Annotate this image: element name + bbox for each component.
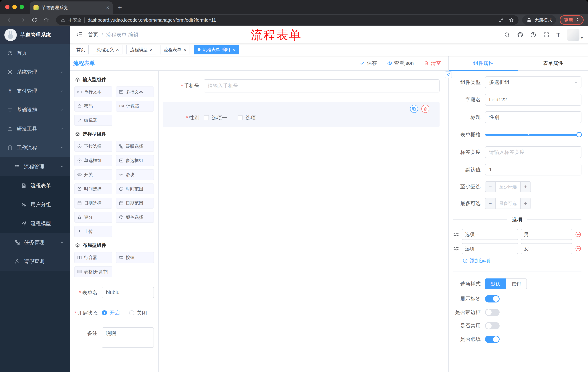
add-option-button[interactable]: 添加选项 (462, 257, 581, 264)
sidebar-item-process-management[interactable]: 流程管理 (0, 157, 70, 176)
address-bar[interactable]: 不安全 dashboard.yudao.iocoder.cn/bpm/manag… (56, 15, 518, 25)
palette-item-upload[interactable]: 上传 (74, 226, 112, 237)
browser-menu-icon[interactable]: ⋮ (573, 17, 582, 23)
palette-item-editor[interactable]: 编辑器 (74, 115, 112, 126)
palette-item-row-container[interactable]: 行容器 (74, 252, 112, 263)
decrease-icon[interactable]: − (485, 182, 496, 192)
palette-item-slider[interactable]: 滑块 (116, 169, 154, 180)
sidebar-item-infrastructure[interactable]: 基础设施 (0, 100, 70, 119)
component-type-value[interactable] (485, 76, 581, 88)
palette-item-table[interactable]: 表格[开发中] (74, 266, 112, 277)
sidebar-item-leave-query[interactable]: 请假查询 (0, 252, 70, 271)
increase-icon[interactable]: + (520, 182, 531, 192)
sidebar-item-devtools[interactable]: 研发工具 (0, 119, 70, 138)
close-icon[interactable]: × (183, 47, 186, 52)
copy-field-button[interactable] (410, 105, 418, 113)
palette-item-counter[interactable]: 123计数器 (116, 101, 154, 112)
palette-item-time-range[interactable]: 时间范围 (116, 183, 154, 194)
remark-textarea[interactable]: 嘿嘿 (102, 327, 154, 348)
forward-icon[interactable] (19, 17, 25, 23)
reload-icon[interactable] (31, 17, 37, 23)
palette-item-multi-line-text[interactable]: 多行文本 (116, 86, 154, 97)
tag-process-model[interactable]: 流程模型× (126, 45, 156, 54)
checkbox-option-2[interactable]: 选项二 (238, 114, 261, 121)
selected-field-gender[interactable]: *性别 选项一 选项二 (163, 102, 440, 127)
slider-handle[interactable] (576, 132, 582, 138)
back-icon[interactable] (7, 17, 13, 23)
tag-home[interactable]: 首页 (73, 45, 89, 54)
palette-item-date-picker[interactable]: 日期选择 (74, 198, 112, 209)
tag-process-definition[interactable]: 流程定义× (93, 45, 122, 54)
user-avatar[interactable]: ▾ (567, 29, 583, 41)
form-name-input[interactable] (102, 287, 154, 298)
window-zoom-button[interactable] (20, 5, 24, 9)
tag-process-form-edit[interactable]: 流程表单-编辑× (194, 45, 239, 54)
sidebar-item-workflow[interactable]: 工作流程 (0, 138, 70, 157)
sidebar-item-user-group[interactable]: 用户分组 (0, 195, 70, 214)
clear-button[interactable]: 清空 (423, 60, 441, 67)
key-icon[interactable] (498, 17, 504, 23)
breadcrumb-home[interactable]: 首页 (88, 31, 98, 38)
remove-option-icon[interactable] (575, 231, 581, 238)
min-select-input[interactable] (496, 182, 520, 192)
update-chip[interactable]: 更新 ⋮ (560, 15, 584, 25)
decrease-icon[interactable]: − (485, 198, 496, 209)
tag-process-form[interactable]: 流程表单× (160, 45, 190, 54)
border-switch[interactable] (485, 309, 500, 316)
palette-item-single-line-text[interactable]: 单行文本 (74, 86, 112, 97)
disabled-switch[interactable] (485, 322, 500, 329)
required-switch[interactable] (485, 336, 500, 343)
palette-item-button[interactable]: 按钮 (116, 252, 154, 263)
drag-handle-icon[interactable] (453, 231, 459, 237)
checkbox-option-1[interactable]: 选项一 (204, 114, 227, 121)
tab-form-props[interactable]: 表单属性 (518, 56, 588, 70)
palette-item-date-range[interactable]: 日期范围 (116, 198, 154, 209)
palette-item-switch[interactable]: 开关 (74, 169, 112, 180)
increase-icon[interactable]: + (520, 198, 531, 209)
max-select-input[interactable] (496, 198, 520, 209)
palette-item-select[interactable]: 下拉选择 (74, 141, 112, 152)
status-on-radio[interactable]: 开启 (102, 309, 120, 316)
palette-item-checkbox-group[interactable]: 多选框组 (116, 155, 154, 166)
view-json-button[interactable]: 查看json (387, 60, 414, 67)
palette-item-password[interactable]: 密码 (74, 101, 112, 112)
remove-option-icon[interactable] (575, 245, 581, 252)
option2-label-input[interactable] (462, 243, 518, 254)
status-off-radio[interactable]: 关闭 (129, 309, 147, 316)
sidebar-item-home[interactable]: 首页 (0, 44, 70, 63)
sidebar-item-task-management[interactable]: 任务管理 (0, 233, 70, 252)
github-icon[interactable] (517, 32, 523, 38)
sidebar-item-system[interactable]: 系统管理 (0, 63, 70, 82)
sidebar-item-process-form[interactable]: 流程表单 (0, 176, 70, 195)
sidebar-item-process-model[interactable]: 流程模型 (0, 214, 70, 233)
browser-tab[interactable]: 芋道管理系统 × (30, 1, 113, 14)
style-button-button[interactable]: 按钮 (506, 278, 527, 289)
font-size-icon[interactable]: T (556, 32, 560, 38)
close-icon[interactable]: × (232, 47, 235, 52)
delete-field-button[interactable] (421, 105, 429, 113)
show-label-switch[interactable] (485, 295, 500, 302)
window-minimize-button[interactable] (12, 5, 17, 9)
title-input[interactable] (485, 111, 581, 123)
option1-value-input[interactable] (521, 229, 572, 240)
form-grid-slider[interactable] (485, 129, 581, 140)
sidebar-item-payment[interactable]: ¥ 支付管理 (0, 82, 70, 100)
search-icon[interactable] (504, 32, 510, 38)
sidebar-toggle-icon[interactable] (76, 31, 83, 38)
fullscreen-icon[interactable] (543, 32, 549, 38)
palette-item-cascader[interactable]: 级联选择 (116, 141, 154, 152)
help-icon[interactable] (530, 32, 536, 38)
close-icon[interactable]: × (116, 47, 119, 52)
new-tab-button[interactable]: + (113, 1, 127, 14)
window-close-button[interactable] (5, 5, 10, 9)
bookmark-star-icon[interactable] (509, 17, 514, 23)
palette-item-radio-group[interactable]: 单选框组 (74, 155, 112, 166)
save-button[interactable]: 保存 (360, 60, 377, 67)
component-type-select[interactable] (485, 76, 581, 88)
label-width-input[interactable] (485, 146, 581, 158)
option2-value-input[interactable] (521, 243, 572, 254)
tab-close-icon[interactable]: × (106, 5, 109, 10)
tab-component-props[interactable]: 组件属性 (449, 56, 518, 70)
palette-item-time-picker[interactable]: 时间选择 (74, 183, 112, 194)
palette-item-rate[interactable]: 评分 (74, 212, 112, 223)
